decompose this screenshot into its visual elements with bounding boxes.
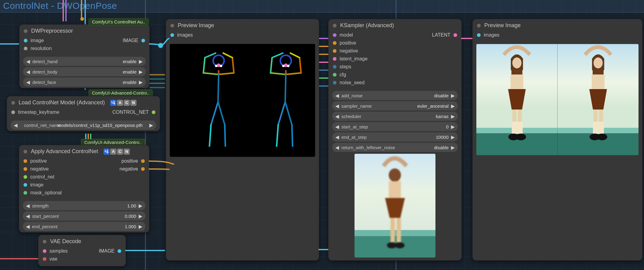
- widget-start-percent[interactable]: ◀ start_percent 0.000 ▶: [23, 211, 145, 221]
- dangling-edge: [88, 134, 89, 139]
- input-port[interactable]: [24, 175, 27, 179]
- node-preview-image-result[interactable]: Preview Image images: [472, 19, 642, 261]
- widget-strength[interactable]: ◀ strength 1.00 ▶: [23, 201, 145, 210]
- input-port[interactable]: [24, 191, 27, 195]
- svg-line-15: [225, 125, 225, 146]
- chevron-left-icon[interactable]: ◀: [25, 203, 31, 209]
- chevron-left-icon[interactable]: ◀: [25, 79, 31, 85]
- collapse-dot[interactable]: [333, 24, 337, 27]
- node-title: VAE Decode: [50, 238, 81, 245]
- node-dwpreprocessor[interactable]: DWPreprocessor image IMAGE resolution ◀ …: [19, 24, 150, 88]
- output-port[interactable]: [453, 33, 457, 37]
- node-header[interactable]: DWPreprocessor: [20, 25, 149, 36]
- input-port[interactable]: [477, 33, 481, 37]
- preview-image: [476, 44, 639, 155]
- collapse-dot[interactable]: [170, 24, 174, 27]
- input-port[interactable]: [43, 249, 46, 253]
- svg-point-53: [516, 134, 526, 140]
- input-port[interactable]: [333, 41, 337, 45]
- reroute-node[interactable]: [157, 42, 164, 49]
- svg-rect-46: [511, 69, 522, 75]
- widget-end-at-step[interactable]: ◀end_at_step10000▶: [332, 132, 458, 142]
- output-port-controlnet[interactable]: [152, 110, 155, 114]
- node-title: KSampler (Advanced): [340, 22, 394, 29]
- svg-line-30: [285, 102, 292, 125]
- node-header[interactable]: Preview Image: [473, 19, 642, 31]
- svg-point-66: [597, 134, 607, 140]
- badge-c: C: [117, 149, 123, 155]
- widget-return-leftover[interactable]: ◀return_with_leftover_noisedisable▶: [332, 143, 458, 152]
- chevron-left-icon[interactable]: ◀: [25, 224, 31, 229]
- chevron-right-icon[interactable]: ▶: [138, 59, 144, 64]
- node-header[interactable]: Preview Image: [166, 19, 319, 31]
- node-header[interactable]: Apply Advanced ControlNet 🛂 A C N: [19, 145, 149, 157]
- preview-image: [170, 44, 315, 157]
- svg-point-1: [217, 63, 220, 67]
- widget-controlnet-name[interactable]: ◀ control_net_name models/control_v11p_s…: [11, 121, 156, 130]
- widget-scheduler[interactable]: ◀schedulerkarras▶: [332, 112, 458, 121]
- chevron-left-icon[interactable]: ◀: [25, 59, 31, 64]
- input-port[interactable]: [333, 73, 337, 77]
- chevron-left-icon[interactable]: ◀: [25, 69, 31, 75]
- badge-n: N: [130, 100, 136, 106]
- output-port-image[interactable]: [141, 39, 145, 42]
- widget-detect-hand[interactable]: ◀ detect_hand enable ▶: [23, 57, 146, 66]
- node-ksampler-advanced[interactable]: KSampler (Advanced) model LATENT positiv…: [328, 19, 462, 261]
- node-preview-image-pose[interactable]: Preview Image images: [166, 19, 319, 261]
- collapse-dot[interactable]: [43, 240, 46, 243]
- chevron-right-icon[interactable]: ▶: [138, 69, 144, 75]
- input-port[interactable]: [333, 81, 337, 85]
- collapse-dot[interactable]: [477, 24, 481, 27]
- node-vae-decode[interactable]: VAE Decode samples IMAGE vae: [38, 235, 126, 266]
- node-header[interactable]: KSampler (Advanced): [329, 19, 461, 31]
- widget-detect-face[interactable]: ◀ detect_face enable ▶: [23, 77, 146, 87]
- node-header[interactable]: Load ControlNet Model (Advanced) 🛂 A C N: [7, 96, 160, 108]
- widget-add-noise[interactable]: ◀add_noisedisable▶: [332, 91, 458, 100]
- output-port[interactable]: [141, 167, 145, 171]
- node-graph-canvas[interactable]: ControlNet - DWOpenPose DWPreprocessor i…: [0, 0, 644, 270]
- svg-rect-47: [511, 74, 523, 89]
- collapse-dot[interactable]: [24, 29, 27, 33]
- chevron-right-icon[interactable]: ▶: [137, 203, 144, 209]
- node-title: Load ControlNet Model (Advanced): [19, 99, 105, 106]
- svg-line-31: [292, 125, 293, 146]
- output-label: CONTROL_NET: [112, 110, 149, 115]
- collapse-dot[interactable]: [11, 101, 15, 105]
- widget-detect-body[interactable]: ◀ detect_body enable ▶: [23, 67, 146, 76]
- node-header[interactable]: VAE Decode: [38, 235, 126, 247]
- input-port[interactable]: [333, 65, 337, 69]
- input-port[interactable]: [24, 183, 27, 187]
- input-port-tk[interactable]: [11, 110, 15, 114]
- svg-line-27: [285, 74, 286, 102]
- collapse-dot[interactable]: [24, 150, 27, 153]
- svg-point-58: [593, 57, 602, 68]
- input-port-resolution[interactable]: [24, 47, 27, 50]
- input-port[interactable]: [333, 57, 337, 61]
- widget-start-at-step[interactable]: ◀start_at_step0▶: [332, 122, 458, 131]
- node-load-controlnet[interactable]: Load ControlNet Model (Advanced) 🛂 A C N…: [7, 96, 160, 131]
- svg-point-45: [512, 57, 522, 68]
- chevron-right-icon[interactable]: ▶: [137, 224, 144, 229]
- input-port[interactable]: [24, 167, 27, 171]
- svg-line-25: [300, 58, 301, 73]
- input-port[interactable]: [333, 33, 337, 37]
- svg-line-13: [209, 125, 211, 146]
- input-port[interactable]: [170, 33, 174, 37]
- group-title: ControlNet - DWOpenPose: [3, 1, 117, 11]
- svg-rect-38: [397, 218, 401, 242]
- chevron-left-icon[interactable]: ◀: [13, 122, 19, 128]
- output-port[interactable]: [141, 159, 145, 163]
- dangling-edge: [90, 134, 91, 139]
- chevron-right-icon[interactable]: ▶: [137, 213, 144, 219]
- input-port-image[interactable]: [24, 39, 27, 42]
- chevron-right-icon[interactable]: ▶: [138, 79, 144, 85]
- input-port[interactable]: [333, 49, 337, 53]
- chevron-right-icon[interactable]: ▶: [148, 122, 154, 128]
- input-port[interactable]: [24, 159, 27, 163]
- node-apply-controlnet[interactable]: Apply Advanced ControlNet 🛂 A C N positi…: [19, 145, 149, 232]
- input-port[interactable]: [43, 257, 46, 261]
- widget-sampler-name[interactable]: ◀sampler_nameeuler_ancestral▶: [332, 101, 458, 110]
- output-port[interactable]: [118, 249, 121, 253]
- widget-end-percent[interactable]: ◀ end_percent 1.000 ▶: [23, 222, 145, 231]
- chevron-left-icon[interactable]: ◀: [25, 213, 31, 219]
